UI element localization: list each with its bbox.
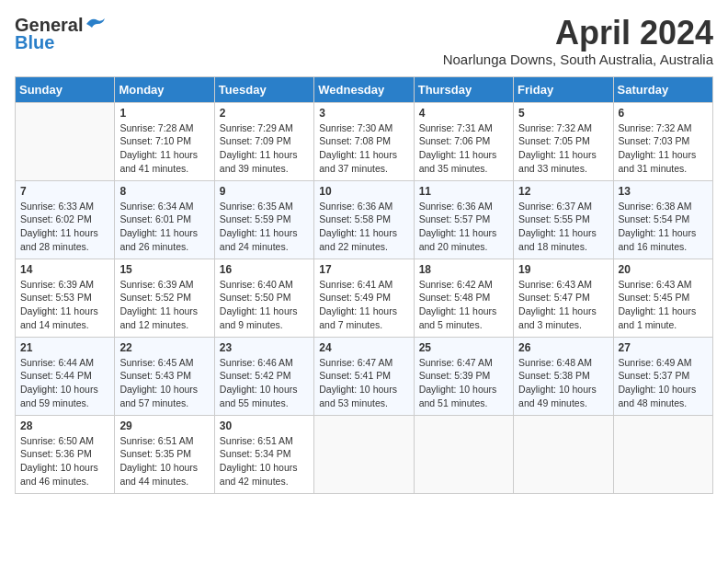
calendar-day-cell: 4Sunrise: 7:31 AM Sunset: 7:06 PM Daylig…: [414, 102, 513, 180]
calendar-day-cell: 11Sunrise: 6:36 AM Sunset: 5:57 PM Dayli…: [414, 180, 513, 259]
day-number: 28: [20, 419, 109, 432]
day-info: Sunrise: 6:51 AM Sunset: 5:34 PM Dayligh…: [220, 434, 309, 488]
day-info: Sunrise: 7:32 AM Sunset: 7:05 PM Dayligh…: [518, 121, 608, 176]
calendar-day-cell: 12Sunrise: 6:37 AM Sunset: 5:55 PM Dayli…: [514, 180, 613, 259]
calendar-day-cell: 26Sunrise: 6:48 AM Sunset: 5:38 PM Dayli…: [514, 337, 613, 415]
calendar-day-cell: 25Sunrise: 6:47 AM Sunset: 5:39 PM Dayli…: [414, 337, 513, 415]
day-number: 23: [220, 341, 309, 354]
logo-blue: Blue: [15, 32, 54, 53]
day-info: Sunrise: 6:38 AM Sunset: 5:54 PM Dayligh…: [619, 200, 708, 254]
weekday-header-tuesday: Tuesday: [214, 76, 313, 102]
calendar-day-cell: 3Sunrise: 7:30 AM Sunset: 7:08 PM Daylig…: [314, 102, 414, 180]
day-number: 17: [319, 263, 408, 276]
calendar-day-cell: 5Sunrise: 7:32 AM Sunset: 7:05 PM Daylig…: [514, 102, 613, 180]
calendar-week-2: 7Sunrise: 6:33 AM Sunset: 6:02 PM Daylig…: [16, 180, 713, 259]
calendar-day-cell: 2Sunrise: 7:29 AM Sunset: 7:09 PM Daylig…: [214, 102, 313, 180]
day-number: 8: [119, 185, 209, 198]
weekday-header-saturday: Saturday: [613, 76, 712, 102]
calendar-week-5: 28Sunrise: 6:50 AM Sunset: 5:36 PM Dayli…: [16, 415, 713, 493]
day-info: Sunrise: 6:51 AM Sunset: 5:35 PM Dayligh…: [119, 434, 209, 488]
day-info: Sunrise: 6:47 AM Sunset: 5:41 PM Dayligh…: [319, 356, 408, 410]
day-number: 19: [518, 263, 608, 276]
day-info: Sunrise: 6:46 AM Sunset: 5:42 PM Dayligh…: [220, 356, 309, 410]
calendar-day-cell: 21Sunrise: 6:44 AM Sunset: 5:44 PM Dayli…: [16, 337, 115, 415]
day-number: 5: [518, 107, 608, 120]
calendar-day-cell: 24Sunrise: 6:47 AM Sunset: 5:41 PM Dayli…: [314, 337, 414, 415]
day-info: Sunrise: 6:47 AM Sunset: 5:39 PM Dayligh…: [419, 356, 508, 410]
day-number: 26: [518, 341, 608, 354]
calendar-day-cell: 7Sunrise: 6:33 AM Sunset: 6:02 PM Daylig…: [16, 180, 115, 259]
day-number: 3: [319, 107, 408, 120]
day-number: 24: [319, 341, 408, 354]
day-info: Sunrise: 6:42 AM Sunset: 5:48 PM Dayligh…: [419, 278, 508, 332]
calendar-day-cell: [16, 102, 115, 180]
day-info: Sunrise: 6:48 AM Sunset: 5:38 PM Dayligh…: [518, 356, 608, 410]
day-info: Sunrise: 6:35 AM Sunset: 5:59 PM Dayligh…: [220, 200, 309, 254]
calendar-day-cell: 17Sunrise: 6:41 AM Sunset: 5:49 PM Dayli…: [314, 259, 414, 337]
calendar-week-3: 14Sunrise: 6:39 AM Sunset: 5:53 PM Dayli…: [16, 259, 713, 337]
weekday-header-friday: Friday: [514, 76, 613, 102]
calendar-day-cell: 28Sunrise: 6:50 AM Sunset: 5:36 PM Dayli…: [16, 415, 115, 493]
day-info: Sunrise: 7:29 AM Sunset: 7:09 PM Dayligh…: [220, 121, 309, 176]
day-info: Sunrise: 6:34 AM Sunset: 6:01 PM Dayligh…: [119, 200, 209, 254]
day-info: Sunrise: 6:33 AM Sunset: 6:02 PM Dayligh…: [20, 200, 109, 254]
day-info: Sunrise: 6:44 AM Sunset: 5:44 PM Dayligh…: [20, 356, 109, 410]
day-number: 21: [20, 341, 109, 354]
day-number: 27: [619, 341, 708, 354]
day-number: 9: [220, 185, 309, 198]
calendar-day-cell: 8Sunrise: 6:34 AM Sunset: 6:01 PM Daylig…: [115, 180, 214, 259]
day-info: Sunrise: 6:37 AM Sunset: 5:55 PM Dayligh…: [518, 200, 608, 254]
day-number: 18: [419, 263, 508, 276]
day-number: 10: [319, 185, 408, 198]
day-number: 30: [220, 419, 309, 432]
calendar-day-cell: [314, 415, 414, 493]
calendar-day-cell: 18Sunrise: 6:42 AM Sunset: 5:48 PM Dayli…: [414, 259, 513, 337]
calendar-day-cell: 23Sunrise: 6:46 AM Sunset: 5:42 PM Dayli…: [214, 337, 313, 415]
day-info: Sunrise: 6:43 AM Sunset: 5:45 PM Dayligh…: [619, 278, 708, 332]
day-number: 12: [518, 185, 608, 198]
calendar-day-cell: 20Sunrise: 6:43 AM Sunset: 5:45 PM Dayli…: [613, 259, 712, 337]
calendar-day-cell: 9Sunrise: 6:35 AM Sunset: 5:59 PM Daylig…: [214, 180, 313, 259]
calendar-day-cell: [613, 415, 712, 493]
calendar-table: SundayMondayTuesdayWednesdayThursdayFrid…: [15, 76, 713, 494]
month-title: April 2024: [443, 15, 713, 52]
day-info: Sunrise: 6:40 AM Sunset: 5:50 PM Dayligh…: [220, 278, 309, 332]
calendar-day-cell: 6Sunrise: 7:32 AM Sunset: 7:03 PM Daylig…: [613, 102, 712, 180]
day-number: 13: [619, 185, 708, 198]
day-number: 11: [419, 185, 508, 198]
weekday-header-wednesday: Wednesday: [314, 76, 414, 102]
calendar-day-cell: 13Sunrise: 6:38 AM Sunset: 5:54 PM Dayli…: [613, 180, 712, 259]
calendar-day-cell: 30Sunrise: 6:51 AM Sunset: 5:34 PM Dayli…: [214, 415, 313, 493]
day-number: 20: [619, 263, 708, 276]
calendar-day-cell: 1Sunrise: 7:28 AM Sunset: 7:10 PM Daylig…: [115, 102, 214, 180]
day-info: Sunrise: 6:39 AM Sunset: 5:52 PM Dayligh…: [119, 278, 209, 332]
weekday-header-monday: Monday: [115, 76, 214, 102]
day-info: Sunrise: 7:32 AM Sunset: 7:03 PM Dayligh…: [619, 121, 708, 176]
calendar-day-cell: [514, 415, 613, 493]
day-number: 7: [20, 185, 109, 198]
logo: General Blue: [15, 15, 105, 53]
weekday-header-sunday: Sunday: [16, 76, 115, 102]
calendar-day-cell: 19Sunrise: 6:43 AM Sunset: 5:47 PM Dayli…: [514, 259, 613, 337]
day-info: Sunrise: 6:45 AM Sunset: 5:43 PM Dayligh…: [119, 356, 209, 410]
day-info: Sunrise: 6:36 AM Sunset: 5:58 PM Dayligh…: [319, 200, 408, 254]
day-info: Sunrise: 6:41 AM Sunset: 5:49 PM Dayligh…: [319, 278, 408, 332]
day-number: 6: [619, 107, 708, 120]
day-number: 16: [220, 263, 309, 276]
day-info: Sunrise: 7:28 AM Sunset: 7:10 PM Dayligh…: [119, 121, 209, 176]
calendar-day-cell: 14Sunrise: 6:39 AM Sunset: 5:53 PM Dayli…: [16, 259, 115, 337]
calendar-day-cell: [414, 415, 513, 493]
day-number: 4: [419, 107, 508, 120]
calendar-day-cell: 15Sunrise: 6:39 AM Sunset: 5:52 PM Dayli…: [115, 259, 214, 337]
calendar-day-cell: 27Sunrise: 6:49 AM Sunset: 5:37 PM Dayli…: [613, 337, 712, 415]
day-number: 15: [119, 263, 209, 276]
day-number: 14: [20, 263, 109, 276]
calendar-day-cell: 29Sunrise: 6:51 AM Sunset: 5:35 PM Dayli…: [115, 415, 214, 493]
logo-bird-icon: [85, 17, 105, 31]
day-number: 25: [419, 341, 508, 354]
title-area: April 2024 Noarlunga Downs, South Austra…: [443, 15, 713, 67]
location-subtitle: Noarlunga Downs, South Australia, Austra…: [443, 52, 713, 67]
day-info: Sunrise: 6:49 AM Sunset: 5:37 PM Dayligh…: [619, 356, 708, 410]
day-info: Sunrise: 7:30 AM Sunset: 7:08 PM Dayligh…: [319, 121, 408, 176]
calendar-header-row: SundayMondayTuesdayWednesdayThursdayFrid…: [16, 76, 713, 102]
